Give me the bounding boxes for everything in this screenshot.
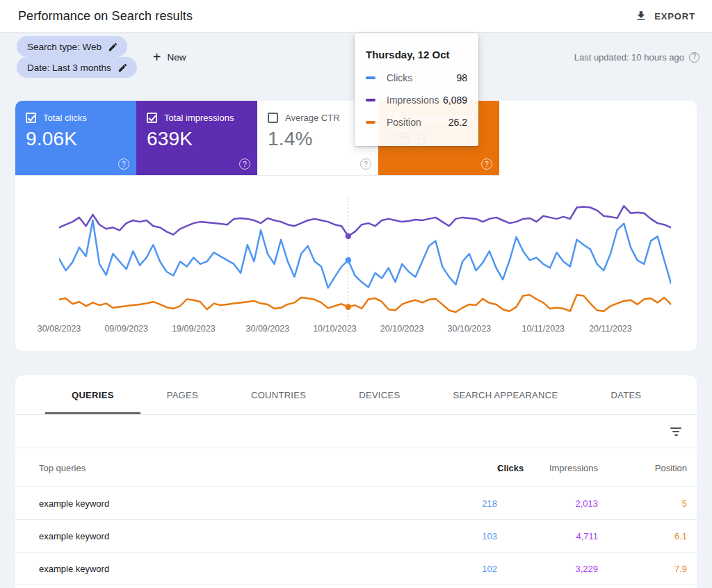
x-axis-label: 10/11/2023 bbox=[521, 324, 565, 334]
checkbox-icon[interactable] bbox=[268, 113, 278, 123]
table-rows: example keyword 218 2,013 5 example keyw… bbox=[15, 487, 697, 585]
metric-label: Average CTR bbox=[285, 113, 340, 123]
series-line-impressions bbox=[59, 206, 671, 236]
help-icon[interactable]: ? bbox=[239, 158, 250, 170]
x-axis-label: 20/11/2023 bbox=[589, 324, 632, 334]
help-icon[interactable]: ? bbox=[689, 52, 699, 63]
tab-dates[interactable]: DATES bbox=[584, 375, 668, 414]
help-icon[interactable]: ? bbox=[360, 158, 371, 170]
position-cell: 5 bbox=[682, 498, 687, 509]
new-filter-label: New bbox=[168, 52, 186, 63]
pencil-icon bbox=[108, 42, 118, 52]
column-impressions[interactable]: Impressions bbox=[549, 462, 598, 473]
export-button[interactable]: EXPORT bbox=[635, 10, 695, 22]
impressions-cell: 4,711 bbox=[576, 531, 598, 541]
position-cell: 6.1 bbox=[674, 531, 687, 541]
query-cell: example keyword bbox=[39, 498, 109, 509]
table-row[interactable]: example keyword 218 2,013 5 bbox=[15, 487, 697, 520]
hover-dot-position bbox=[346, 304, 352, 310]
tab-devices[interactable]: DEVICES bbox=[332, 375, 426, 414]
chart-tooltip: Thursday, 12 Oct Clicks 98 Impressions 6… bbox=[355, 33, 478, 146]
query-cell: example keyword bbox=[39, 531, 109, 541]
last-updated-text: Last updated: 10 hours ago bbox=[574, 52, 684, 63]
series-dash-icon bbox=[366, 76, 375, 79]
filter-list-icon[interactable] bbox=[669, 425, 683, 438]
hover-dot-clicks bbox=[346, 257, 352, 263]
query-cell: example keyword bbox=[39, 564, 109, 574]
clicks-cell: 218 bbox=[482, 498, 497, 509]
x-axis-label: 30/08/2023 bbox=[38, 324, 81, 334]
hover-dot-impressions bbox=[346, 234, 352, 240]
tab-search-appearance[interactable]: SEARCH APPEARANCE bbox=[426, 375, 584, 414]
tab-queries[interactable]: QUERIES bbox=[45, 375, 140, 414]
performance-chart[interactable]: 30/08/202309/09/202319/09/202330/09/2023… bbox=[59, 195, 671, 344]
metric-value: 639K bbox=[147, 128, 257, 150]
column-position[interactable]: Position bbox=[655, 462, 687, 473]
table-row[interactable]: example keyword 102 3,229 7.9 bbox=[15, 553, 697, 585]
filter-chip[interactable]: Search type: Web bbox=[17, 36, 127, 57]
tooltip-row: Position 26.2 bbox=[366, 117, 467, 128]
x-axis-label: 10/10/2023 bbox=[313, 324, 357, 334]
series-line-clicks bbox=[59, 220, 671, 288]
x-axis-label: 30/09/2023 bbox=[246, 324, 290, 334]
chart-canvas bbox=[59, 195, 671, 327]
tooltip-rows: Clicks 98 Impressions 6,089 Position 26.… bbox=[366, 72, 467, 128]
page-title: Performance on Search results bbox=[18, 9, 193, 24]
search-console-performance-page: Performance on Search results EXPORT Sea… bbox=[0, 0, 712, 588]
tiles-divider bbox=[15, 175, 499, 176]
download-icon bbox=[635, 10, 647, 22]
app-header: Performance on Search results EXPORT bbox=[0, 0, 712, 33]
x-axis-labels: 30/08/202309/09/202319/09/202330/09/2023… bbox=[59, 324, 671, 338]
position-cell: 7.9 bbox=[674, 564, 687, 574]
table-filter-row bbox=[15, 416, 697, 448]
filter-chips: Search type: WebDate: Last 3 months bbox=[17, 36, 143, 78]
new-filter-button[interactable]: + New bbox=[153, 50, 186, 64]
metric-card-total-clicks[interactable]: Total clicks 9.06K ? bbox=[15, 101, 136, 175]
help-icon[interactable]: ? bbox=[118, 158, 129, 170]
x-axis-label: 19/09/2023 bbox=[172, 324, 216, 334]
table-header: Top queries ↓Clicks Impressions Position bbox=[15, 448, 697, 487]
pencil-icon bbox=[118, 63, 128, 73]
metric-label: Total impressions bbox=[164, 113, 234, 123]
filter-chip[interactable]: Date: Last 3 months bbox=[17, 57, 137, 78]
impressions-cell: 3,229 bbox=[575, 564, 598, 574]
dimension-tabs: QUERIESPAGESCOUNTRIESDEVICESSEARCH APPEA… bbox=[15, 375, 697, 415]
x-axis-label: 20/10/2023 bbox=[380, 324, 424, 334]
series-dash-icon bbox=[366, 99, 375, 101]
last-updated: Last updated: 10 hours ago ? bbox=[574, 52, 699, 63]
x-axis-label: 09/09/2023 bbox=[104, 324, 148, 334]
checkbox-icon[interactable] bbox=[26, 113, 36, 123]
clicks-cell: 102 bbox=[482, 564, 497, 574]
help-icon[interactable]: ? bbox=[481, 158, 492, 170]
tab-pages[interactable]: PAGES bbox=[140, 375, 225, 414]
table-card: QUERIESPAGESCOUNTRIESDEVICESSEARCH APPEA… bbox=[15, 375, 697, 588]
plus-icon: + bbox=[153, 50, 161, 64]
metric-label: Total clicks bbox=[43, 113, 87, 123]
table-row[interactable]: example keyword 103 4,711 6.1 bbox=[15, 520, 697, 553]
x-axis-label: 30/10/2023 bbox=[448, 324, 492, 334]
export-label: EXPORT bbox=[654, 11, 695, 22]
tooltip-row: Impressions 6,089 bbox=[366, 95, 467, 106]
impressions-cell: 2,013 bbox=[575, 498, 598, 509]
checkbox-icon[interactable] bbox=[147, 113, 157, 123]
series-line-position bbox=[59, 295, 671, 312]
tooltip-row: Clicks 98 bbox=[366, 72, 467, 83]
metric-value: 9.06K bbox=[26, 128, 136, 150]
tab-countries[interactable]: COUNTRIES bbox=[225, 375, 332, 414]
tooltip-date: Thursday, 12 Oct bbox=[366, 49, 467, 60]
clicks-cell: 103 bbox=[482, 531, 497, 541]
metric-card-total-impressions[interactable]: Total impressions 639K ? bbox=[136, 101, 257, 175]
series-dash-icon bbox=[366, 121, 375, 124]
column-top-queries: Top queries bbox=[39, 462, 86, 473]
